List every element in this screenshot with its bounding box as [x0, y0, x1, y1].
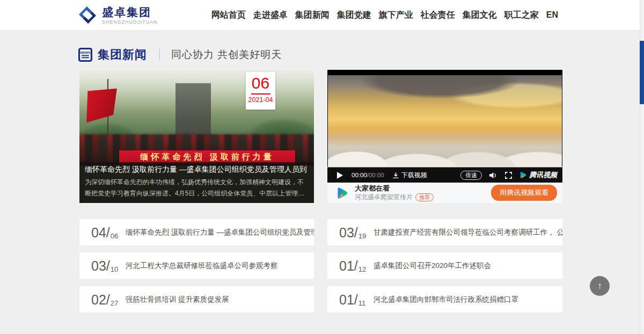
date-badge-divider	[251, 93, 270, 95]
news-item-date: 01/12	[339, 258, 367, 274]
nav-item-about[interactable]: 走进盛卓	[253, 10, 288, 21]
news-item-title[interactable]: 甘肃建投资产经营有限公司领导莅临公司考察调研工作， 公司启动数...	[374, 228, 562, 237]
news-list-item[interactable]: 03/10 河北工程大学总裁研修班莅临盛卓公司参观考察	[79, 252, 314, 279]
news-item-date: 02/27	[91, 292, 119, 308]
watch-bar-video-title[interactable]: 河北盛卓爬架宣传片	[355, 193, 413, 202]
section-slogan: 同心协力 共创美好明天	[171, 48, 282, 62]
divider	[159, 49, 160, 61]
news-list-item[interactable]: 01/12 盛卓集团公司召开2020年工作述职会	[327, 252, 562, 279]
video-card: 00:00/00:00 下载视频 倍速	[327, 70, 562, 203]
nav-item-staff-home[interactable]: 职工之家	[504, 10, 539, 21]
featured-description: 为深切缅怀革命先烈的丰功伟绩，弘扬优秀传统文化，加强精神文明建设，不断把党史学习…	[85, 177, 309, 199]
scrollbar-track[interactable]	[640, 0, 644, 334]
news-item-date: 03/10	[91, 258, 119, 274]
scrollbar-thumb[interactable]	[640, 41, 644, 104]
tencent-video-icon	[335, 186, 350, 200]
news-list-item[interactable]: 02/27 强筋壮骨抓培训 提升素质促发展	[79, 286, 314, 313]
video-time-total: /00:00	[367, 172, 384, 178]
tencent-video-brand[interactable]: 腾讯视频	[519, 170, 557, 180]
featured-date-badge: 06 2021-04	[246, 72, 275, 110]
news-item-date: 01/11	[339, 292, 367, 308]
company-name: 盛卓集团	[102, 6, 158, 18]
news-item-title[interactable]: 河北盛卓集团向邯郸市司法行政系统捐赠口罩	[374, 295, 518, 304]
nav-item-culture[interactable]: 集团文化	[463, 10, 497, 21]
watch-on-tencent-button[interactable]: 用腾讯视频观看	[491, 185, 557, 201]
news-item-title[interactable]: 强筋壮骨抓培训 提升素质促发展	[126, 295, 229, 304]
page: 盛卓集团 SHENGZHUOJITUAN 网站首页 走进盛卓 集团新闻 集团党建…	[0, 0, 644, 334]
video-thumbnail-sunset-clouds	[328, 75, 562, 167]
featured-news-card[interactable]: 缅怀革命先烈 汲取前行力量 缅怀革命先烈 汲取前行力量 —盛卓集团公司组织党员及…	[79, 70, 314, 203]
news-list-item[interactable]: 03/19 甘肃建投资产经营有限公司领导莅临公司考察调研工作， 公司启动数...	[327, 219, 562, 245]
newspaper-icon: NEWS	[78, 48, 92, 62]
featured-date-month: 2021-04	[248, 96, 273, 104]
nav-item-industries[interactable]: 旗下产业	[379, 10, 413, 21]
download-icon	[392, 172, 399, 179]
news-item-title[interactable]: 河北工程大学总裁研修班莅临盛卓公司参观考察	[126, 261, 278, 271]
news-list-item[interactable]: 01/11 河北盛卓集团向邯郸市司法行政系统捐赠口罩	[327, 286, 562, 313]
company-name-pinyin: SHENGZHUOJITUAN	[102, 19, 158, 25]
featured-title[interactable]: 缅怀革命先烈 汲取前行力量 —盛卓集团公司组织党员及管理人员到 129师...	[85, 164, 309, 175]
nav-item-english[interactable]: EN	[546, 10, 558, 20]
news-item-date: 04/06	[91, 224, 119, 241]
logo-text: 盛卓集团 SHENGZHUOJITUAN	[102, 6, 158, 25]
watch-bar-texts: 大家都在看 河北盛卓爬架宣传片 推荐	[355, 184, 434, 202]
featured-date-day: 06	[252, 74, 269, 93]
playback-speed-button[interactable]: 倍速	[460, 171, 482, 180]
play-button[interactable]	[336, 171, 343, 179]
download-video-button[interactable]: 下载视频	[392, 171, 427, 180]
up-arrow-icon: ↑	[597, 281, 602, 291]
watch-suggestion-bar: 大家都在看 河北盛卓爬架宣传片 推荐 用腾讯视频观看	[327, 183, 562, 203]
featured-text-overlay: 缅怀革命先烈 汲取前行力量 —盛卓集团公司组织党员及管理人员到 129师... …	[79, 162, 314, 203]
company-logo-icon	[78, 5, 97, 25]
nav-item-responsibility[interactable]: 社会责任	[421, 10, 455, 21]
news-list-item[interactable]: 04/06 缅怀革命先烈 汲取前行力量 —盛卓集团公司组织党员及管理人员到 1.…	[79, 219, 314, 245]
news-item-title[interactable]: 盛卓集团公司召开2020年工作述职会	[374, 261, 491, 271]
section-header: NEWS 集团新闻 同心协力 共创美好明天	[78, 47, 282, 63]
section-title: 集团新闻	[98, 47, 147, 63]
nav-item-party[interactable]: 集团党建	[337, 10, 371, 21]
tencent-video-icon	[519, 171, 528, 179]
nav-item-home[interactable]: 网站首页	[211, 10, 246, 21]
speaker-icon	[489, 171, 497, 179]
fullscreen-icon	[504, 171, 513, 179]
main-nav: 网站首页 走进盛卓 集团新闻 集团党建 旗下产业 社会责任 集团文化 职工之家 …	[211, 10, 644, 21]
back-to-top-button[interactable]: ↑	[590, 276, 610, 296]
recommended-badge: 推荐	[415, 193, 434, 201]
video-time-current: 00:00	[352, 172, 367, 178]
newspaper-icon-label: NEWS	[80, 50, 91, 54]
watch-bar-heading: 大家都在看	[355, 184, 434, 192]
video-time: 00:00/00:00	[352, 172, 384, 178]
video-controls: 00:00/00:00 下载视频 倍速	[327, 168, 562, 183]
news-item-title[interactable]: 缅怀革命先烈 汲取前行力量 —盛卓集团公司组织党员及管理人员到 1...	[126, 228, 314, 237]
header: 盛卓集团 SHENGZHUOJITUAN 网站首页 走进盛卓 集团新闻 集团党建…	[0, 0, 644, 31]
news-item-date: 03/19	[339, 224, 367, 241]
video-player[interactable]: 00:00/00:00 下载视频 倍速	[327, 70, 562, 183]
nav-item-news[interactable]: 集团新闻	[295, 10, 330, 21]
download-label: 下载视频	[401, 171, 427, 180]
fullscreen-button[interactable]	[504, 171, 513, 179]
photo-banner-text: 缅怀革命先烈 汲取前行力量	[141, 152, 274, 162]
volume-button[interactable]	[489, 171, 497, 179]
tencent-video-label: 腾讯视频	[529, 170, 557, 180]
logo[interactable]: 盛卓集团 SHENGZHUOJITUAN	[78, 5, 158, 25]
